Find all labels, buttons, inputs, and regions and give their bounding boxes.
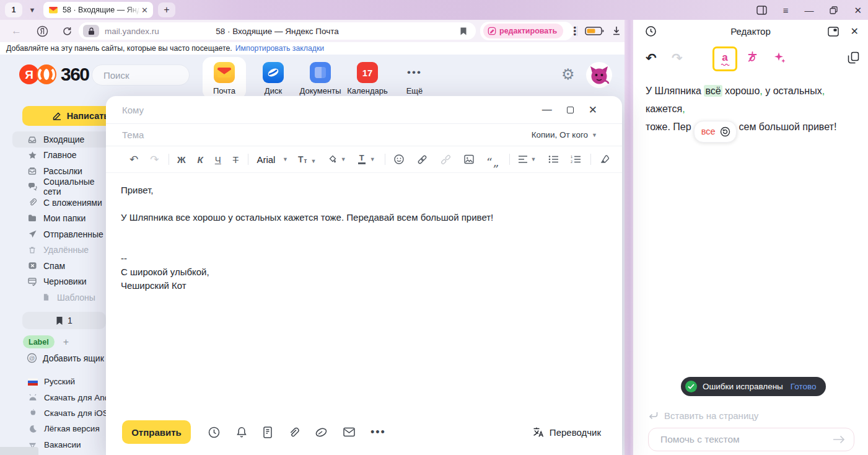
- insert-to-page-button[interactable]: Вставить на страницу: [648, 410, 758, 421]
- browser-tab[interactable]: 58 · Входящие — Яндек ✕: [43, 2, 153, 18]
- folder-inbox[interactable]: Входящие: [12, 131, 112, 148]
- stamp-pen-icon[interactable]: [315, 426, 328, 439]
- bullet-list-button[interactable]: [548, 155, 559, 164]
- folder-templates[interactable]: Шаблоны: [12, 289, 112, 306]
- insert-link-button[interactable]: [416, 154, 428, 166]
- bookmark-flag-icon[interactable]: [460, 27, 467, 36]
- settings-gear-icon[interactable]: ⚙: [561, 66, 575, 83]
- user-avatar[interactable]: [586, 62, 612, 88]
- minimize-icon[interactable]: —: [804, 6, 813, 15]
- folder-social[interactable]: Социальные сети: [12, 179, 112, 195]
- open-in-window-icon[interactable]: [828, 27, 839, 37]
- close-compose-icon[interactable]: ✕: [589, 104, 597, 117]
- folder-spam[interactable]: Спам: [12, 258, 112, 274]
- submit-arrow-icon[interactable]: [832, 434, 846, 445]
- close-window-icon[interactable]: ✕: [854, 6, 862, 15]
- lock-icon[interactable]: [83, 25, 99, 37]
- quote-button[interactable]: “„: [486, 154, 500, 165]
- font-size-select[interactable]: Tт ▼: [298, 154, 316, 164]
- copies-from-toggle[interactable]: Копии, От кого ▼: [532, 130, 597, 139]
- align-select[interactable]: ▼: [518, 154, 536, 165]
- improve-text-sparkles-icon[interactable]: [773, 51, 786, 64]
- new-tab-button[interactable]: +: [158, 2, 175, 17]
- attach-from-mail-icon[interactable]: [343, 426, 356, 438]
- refresh-icon[interactable]: [62, 26, 72, 37]
- yandex-360-logo[interactable]: Я 360: [19, 64, 89, 85]
- suggestion-pill[interactable]: все: [694, 121, 737, 143]
- restore-icon[interactable]: [830, 6, 838, 14]
- folder-main[interactable]: Главное: [12, 148, 112, 164]
- ai-prompt-input[interactable]: [659, 433, 832, 446]
- tab-close-icon[interactable]: ✕: [141, 6, 148, 15]
- app-documents[interactable]: Документы: [297, 57, 344, 99]
- formatting-toolbar: ↶ ↷ Ж К Ч Т Arial ▼ Tт ▼ ▼ Т ▼: [106, 146, 622, 173]
- font-family-select[interactable]: Arial ▼: [256, 154, 288, 165]
- to-field[interactable]: [121, 104, 542, 116]
- editor-redo-icon[interactable]: ↷: [672, 51, 683, 66]
- fill-color-select[interactable]: ▼: [328, 154, 346, 165]
- edit-document-button[interactable]: редактировать: [483, 24, 563, 38]
- folder-label: Шаблоны: [57, 293, 95, 303]
- downloads-icon[interactable]: [611, 25, 622, 37]
- back-icon[interactable]: ←: [11, 25, 22, 37]
- app-mail[interactable]: Почта: [203, 57, 246, 99]
- compose-body-line: Привет,: [121, 183, 605, 197]
- app-disk[interactable]: Диск: [250, 57, 297, 99]
- editor-toolbar: ↶ ↷ a: [633, 46, 868, 74]
- ai-prompt-box[interactable]: [648, 428, 854, 451]
- label-tag[interactable]: Label: [23, 335, 55, 348]
- reminder-bell-icon[interactable]: [235, 426, 248, 439]
- emoji-button[interactable]: [393, 154, 405, 165]
- tab-count-button[interactable]: 1: [5, 2, 22, 17]
- copy-text-icon[interactable]: [848, 51, 859, 64]
- saved-bookmarks-row[interactable]: 1: [22, 312, 106, 329]
- app-calendar[interactable]: 17 Календарь: [344, 57, 391, 99]
- side-panels-icon[interactable]: [756, 6, 767, 15]
- address-bar[interactable]: mail.yandex.ru 58 · Входящие — Яндекс По…: [79, 22, 476, 40]
- import-bookmarks-link[interactable]: Импортировать закладки: [235, 44, 324, 53]
- app-label: Документы: [299, 86, 341, 95]
- italic-button[interactable]: К: [198, 154, 203, 165]
- folder-attachments[interactable]: С вложениями: [12, 195, 112, 211]
- search-box[interactable]: [92, 64, 190, 86]
- redo-icon[interactable]: ↷: [150, 153, 159, 166]
- tab-list-chevron-icon[interactable]: ▼: [25, 2, 39, 17]
- subject-field[interactable]: [121, 129, 532, 141]
- menu-icon[interactable]: ≡: [783, 6, 789, 15]
- undo-icon[interactable]: ↶: [129, 153, 138, 166]
- translate-tool-icon[interactable]: [746, 50, 759, 63]
- numbered-list-button[interactable]: 12: [571, 155, 581, 164]
- compose-body[interactable]: Привет, У Шляпника все хорошо у остальны…: [106, 173, 622, 293]
- strikethrough-button[interactable]: Т: [233, 154, 239, 165]
- app-more[interactable]: ••• Ещё: [391, 57, 438, 99]
- close-panel-icon[interactable]: ✕: [851, 25, 859, 37]
- add-mailbox-button[interactable]: @ Добавить ящик: [27, 353, 104, 363]
- corrected-text[interactable]: У Шляпника всё хорошо, у остальных, каже…: [646, 82, 857, 143]
- template-card-icon[interactable]: [263, 426, 273, 439]
- send-button[interactable]: Отправить: [122, 420, 191, 444]
- extension-more-icon[interactable]: •••: [570, 26, 579, 37]
- insert-image-button[interactable]: [463, 154, 475, 165]
- maximize-compose-icon[interactable]: [567, 107, 574, 113]
- minimize-compose-icon[interactable]: —: [542, 104, 552, 115]
- folder-my-folders[interactable]: Мои папки: [12, 211, 112, 227]
- text-color-select[interactable]: Т: [358, 154, 366, 164]
- more-options-icon[interactable]: •••: [370, 426, 386, 439]
- yandex-services-icon[interactable]: [37, 25, 48, 37]
- clear-formatting-button[interactable]: [599, 154, 610, 164]
- spellcheck-tool-active[interactable]: a: [712, 46, 737, 71]
- battery-icon[interactable]: [585, 26, 604, 36]
- editor-undo-icon[interactable]: ↶: [646, 51, 657, 66]
- revert-icon[interactable]: [720, 126, 730, 137]
- folder-sent[interactable]: Отправленные: [12, 226, 112, 242]
- underline-button[interactable]: Ч: [215, 154, 221, 165]
- folder-deleted[interactable]: Удалённые: [12, 242, 112, 258]
- folder-drafts[interactable]: Черновики: [12, 274, 112, 290]
- translator-button[interactable]: Переводчик: [532, 426, 601, 438]
- toast-done-button[interactable]: Готово: [791, 382, 817, 391]
- remove-link-button[interactable]: [440, 154, 452, 166]
- attach-file-icon[interactable]: [287, 426, 300, 439]
- bold-button[interactable]: Ж: [177, 154, 186, 165]
- add-label-icon[interactable]: +: [63, 337, 69, 348]
- schedule-send-icon[interactable]: [208, 426, 221, 439]
